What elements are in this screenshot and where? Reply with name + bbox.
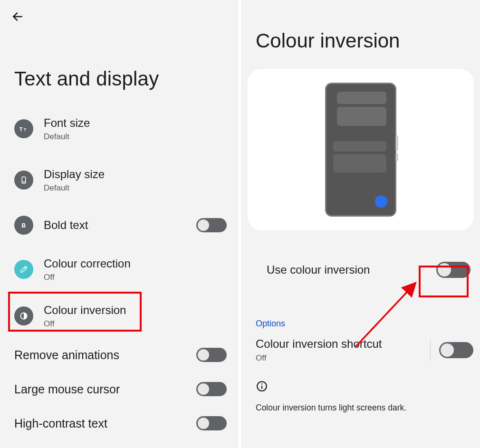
- panel-colour-inversion: Colour inversion Use colour inversion Op…: [241, 0, 480, 448]
- item-bold-text[interactable]: B Bold text: [0, 209, 238, 241]
- svg-text:T: T: [19, 126, 23, 132]
- item-title: High-contrast text: [14, 417, 196, 430]
- item-subtitle: Default: [44, 183, 231, 193]
- toggle-high-contrast[interactable]: [196, 416, 227, 430]
- item-title: Colour inversion: [44, 303, 231, 317]
- text-size-icon: TT: [14, 119, 33, 138]
- item-title: Font size: [44, 116, 231, 130]
- shortcut-title: Colour inversion shortcut: [256, 337, 425, 351]
- toggle-shortcut[interactable]: [439, 342, 473, 358]
- page-title: Colour inversion: [241, 0, 480, 69]
- contrast-icon: [14, 306, 33, 325]
- svg-rect-3: [22, 177, 26, 183]
- panel-separator: [239, 0, 241, 448]
- item-title: Bold text: [44, 218, 196, 232]
- toggle-remove-animations[interactable]: [196, 348, 227, 362]
- back-icon[interactable]: [11, 16, 24, 24]
- item-title: Large mouse cursor: [14, 382, 196, 396]
- phone-icon: [14, 171, 33, 190]
- row-title: Use colour inversion: [267, 263, 436, 276]
- info-icon: [256, 386, 268, 394]
- svg-text:T: T: [24, 127, 26, 132]
- toggle-use-colour-inversion[interactable]: [436, 262, 470, 278]
- page-title: Text and display: [0, 25, 238, 109]
- shortcut-subtitle: Off: [256, 353, 425, 363]
- bold-icon: B: [14, 216, 33, 235]
- item-display-size[interactable]: Display size Default: [0, 161, 238, 200]
- svg-text:B: B: [22, 222, 26, 229]
- row-use-colour-inversion[interactable]: Use colour inversion: [241, 254, 480, 286]
- item-subtitle: Off: [44, 273, 231, 282]
- toggle-bold-text[interactable]: [196, 218, 227, 232]
- eyedropper-icon: [14, 260, 33, 279]
- item-subtitle: Off: [44, 319, 231, 329]
- item-high-contrast[interactable]: High-contrast text: [0, 410, 238, 437]
- info-text: Colour inversion turns light screens dar…: [241, 398, 480, 413]
- preview-card: [248, 69, 474, 230]
- item-title: Colour correction: [44, 257, 231, 271]
- toggle-large-cursor[interactable]: [196, 382, 227, 396]
- phone-preview: [325, 83, 396, 217]
- item-large-cursor[interactable]: Large mouse cursor: [0, 375, 238, 403]
- section-options: Options: [241, 307, 480, 333]
- item-colour-correction[interactable]: Colour correction Off: [0, 250, 238, 289]
- item-font-size[interactable]: TT Font size Default: [0, 109, 238, 148]
- svg-point-9: [261, 383, 262, 384]
- item-subtitle: Default: [44, 132, 231, 142]
- item-colour-inversion[interactable]: Colour inversion Off: [0, 296, 238, 335]
- row-shortcut[interactable]: Colour inversion shortcut Off: [241, 333, 480, 370]
- item-title: Display size: [44, 167, 231, 181]
- panel-text-and-display: Text and display TT Font size Default Di…: [0, 0, 238, 448]
- shortcut-separator: [430, 340, 431, 361]
- item-remove-animations[interactable]: Remove animations: [0, 341, 238, 369]
- item-title: Remove animations: [14, 348, 196, 362]
